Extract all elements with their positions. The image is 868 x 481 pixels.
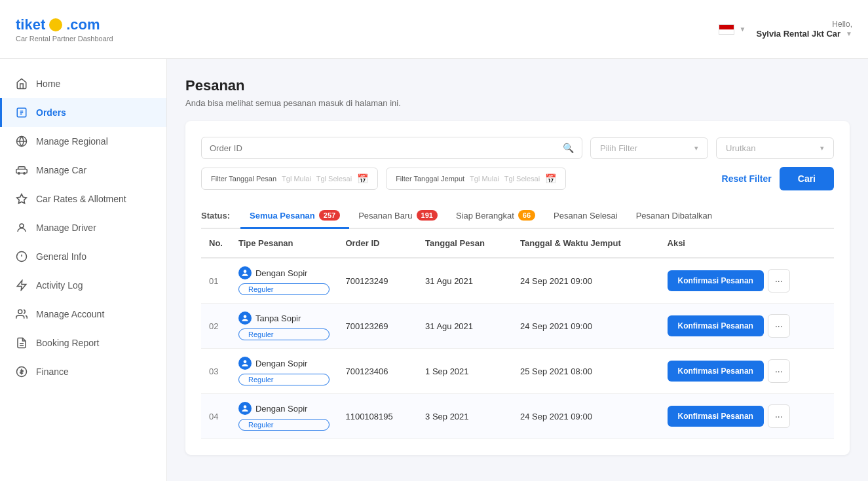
konfirmasi-button[interactable]: Konfirmasi Pesanan xyxy=(668,406,764,427)
logo: tiket .com xyxy=(16,16,113,33)
filter-row-2: Filter Tanggal Pesan Tgl Mulai Tgl Seles… xyxy=(201,167,834,190)
logo-area: tiket .com Car Rental Partner Dashboard xyxy=(16,16,113,43)
row-aksi: Konfirmasi Pesanan ··· xyxy=(660,349,834,394)
tab-baru-label: Pesanan Baru xyxy=(358,211,412,221)
user-name: Sylvia Rental Jkt Car xyxy=(756,29,840,39)
row-tanggal-pesan: 31 Agu 2021 xyxy=(417,258,512,304)
tab-pesanan-selesai[interactable]: Pesanan Selesai xyxy=(544,204,627,229)
sidebar-label-home: Home xyxy=(36,79,60,89)
tgl-mulai-2: Tgl Mulai xyxy=(470,175,499,183)
svg-point-17 xyxy=(244,315,247,318)
finance-icon xyxy=(15,365,28,378)
filter-tanggal-jemput[interactable]: Filter Tanggal Jemput Tgl Mulai Tgl Sele… xyxy=(386,168,566,190)
tab-semua-pesanan[interactable]: Semua Pesanan 257 xyxy=(240,204,349,229)
row-order-id: 700123269 xyxy=(337,304,417,349)
row-tipe-badge: Reguler xyxy=(238,329,330,340)
tab-pesanan-baru[interactable]: Pesanan Baru 191 xyxy=(349,204,447,229)
sidebar-item-finance[interactable]: Finance xyxy=(0,357,166,386)
urutkan-arrow-icon: ▾ xyxy=(820,144,824,152)
globe-icon xyxy=(15,135,28,148)
more-options-button[interactable]: ··· xyxy=(768,404,790,428)
row-tanggal-pesan: 1 Sep 2021 xyxy=(417,349,512,394)
pilih-filter-arrow-icon: ▾ xyxy=(694,144,698,152)
row-order-id: 700123249 xyxy=(337,258,417,304)
sidebar-label-activity-log: Activity Log xyxy=(36,280,83,291)
tab-pesanan-dibatalkan[interactable]: Pesanan Dibatalkan xyxy=(627,204,721,229)
table-row: 02 Tanpa Sopir Reguler 700123269 31 Agu … xyxy=(201,304,834,349)
sidebar-item-manage-driver[interactable]: Manage Driver xyxy=(0,213,166,242)
konfirmasi-button[interactable]: Konfirmasi Pesanan xyxy=(668,361,764,382)
row-order-id: 700123406 xyxy=(337,349,417,394)
sidebar-item-orders[interactable]: Orders xyxy=(0,98,166,127)
col-tanggal-jemput: Tanggal & Waktu Jemput xyxy=(512,229,660,258)
col-aksi: Aksi xyxy=(660,229,834,258)
sidebar-item-booking-report[interactable]: Booking Report xyxy=(0,329,166,357)
flag-icon xyxy=(719,24,734,35)
row-aksi: Konfirmasi Pesanan ··· xyxy=(660,304,834,349)
row-tanggal-jemput: 24 Sep 2021 09:00 xyxy=(512,304,660,349)
page-title: Pesanan xyxy=(185,77,850,94)
tag-icon xyxy=(15,192,28,205)
row-no: 04 xyxy=(201,394,231,439)
col-tipe: Tipe Pesanan xyxy=(231,229,338,258)
filter-tanggal-pesan[interactable]: Filter Tanggal Pesan Tgl Mulai Tgl Seles… xyxy=(201,168,378,190)
search-box[interactable]: 🔍 xyxy=(201,137,582,159)
urutkan-select[interactable]: Urutkan ▾ xyxy=(716,137,834,159)
orders-card: 🔍 Pilih Filter ▾ Urutkan ▾ Filter Tangga… xyxy=(185,121,850,455)
orders-icon xyxy=(15,106,28,119)
sidebar-item-home[interactable]: Home xyxy=(0,69,166,98)
table-row: 01 Dengan Sopir Reguler 700123249 31 Agu… xyxy=(201,258,834,304)
main-content: Pesanan Anda bisa melihat semua pesanan … xyxy=(167,59,868,481)
orders-table-wrap: No. Tipe Pesanan Order ID Tanggal Pesan … xyxy=(201,229,834,439)
reset-filter-button[interactable]: Reset Filter xyxy=(722,173,772,184)
status-tabs: Status: Semua Pesanan 257 Pesanan Baru 1… xyxy=(201,204,834,229)
konfirmasi-button[interactable]: Konfirmasi Pesanan xyxy=(668,315,764,336)
pilih-filter-label: Pilih Filter xyxy=(600,143,637,153)
col-order-id: Order ID xyxy=(337,229,417,258)
search-input[interactable] xyxy=(210,143,563,153)
sidebar-item-car-rates[interactable]: Car Rates & Allotment xyxy=(0,185,166,213)
svg-point-19 xyxy=(244,405,247,408)
more-options-button[interactable]: ··· xyxy=(768,314,790,338)
tgl-mulai-1: Tgl Mulai xyxy=(282,175,311,183)
filter-tanggal-jemput-label: Filter Tanggal Jemput xyxy=(396,175,464,183)
row-tipe-name: Dengan Sopir xyxy=(255,359,308,368)
sidebar-item-manage-account[interactable]: Manage Account xyxy=(0,300,166,329)
row-no: 02 xyxy=(201,304,231,349)
cari-button[interactable]: Cari xyxy=(780,167,834,190)
account-icon xyxy=(15,308,28,321)
sidebar-item-manage-car[interactable]: Manage Car xyxy=(0,156,166,185)
logo-dot-icon xyxy=(49,18,62,31)
more-options-button[interactable]: ··· xyxy=(768,359,790,383)
svg-marker-6 xyxy=(17,194,27,204)
search-icon: 🔍 xyxy=(563,143,574,153)
sidebar-label-manage-account: Manage Account xyxy=(36,309,104,319)
sidebar-item-general-info[interactable]: General Info xyxy=(0,242,166,271)
home-icon xyxy=(15,77,28,90)
row-tipe: Dengan Sopir Reguler xyxy=(231,349,338,394)
col-no: No. xyxy=(201,229,231,258)
flag-selector[interactable]: ▼ xyxy=(719,24,746,35)
konfirmasi-button[interactable]: Konfirmasi Pesanan xyxy=(668,270,764,291)
user-info[interactable]: Hello, Sylvia Rental Jkt Car ▼ xyxy=(756,20,852,39)
row-tanggal-jemput: 24 Sep 2021 09:00 xyxy=(512,394,660,439)
row-no: 01 xyxy=(201,258,231,304)
driver-avatar-icon xyxy=(238,402,252,415)
sidebar-label-general-info: General Info xyxy=(36,251,86,262)
report-icon xyxy=(15,336,28,349)
tab-siap-berangkat[interactable]: Siap Berangkat 66 xyxy=(447,204,544,229)
row-tipe-name: Tanpa Sopir xyxy=(255,313,301,323)
more-options-button[interactable]: ··· xyxy=(768,269,790,293)
table-row: 04 Dengan Sopir Reguler 1100108195 3 Sep… xyxy=(201,394,834,439)
row-tipe-name: Dengan Sopir xyxy=(255,404,308,414)
pilih-filter-select[interactable]: Pilih Filter ▾ xyxy=(590,137,708,159)
sidebar: Home Orders Manage Regional Manage Car xyxy=(0,59,167,481)
sidebar-item-manage-regional[interactable]: Manage Regional xyxy=(0,127,166,156)
row-tipe: Dengan Sopir Reguler xyxy=(231,394,338,439)
sidebar-label-finance: Finance xyxy=(36,366,69,377)
sidebar-label-booking-report: Booking Report xyxy=(36,338,100,348)
sidebar-item-activity-log[interactable]: Activity Log xyxy=(0,271,166,300)
filter-tanggal-pesan-label: Filter Tanggal Pesan xyxy=(211,175,276,183)
flag-chevron-icon: ▼ xyxy=(740,26,746,33)
row-tanggal-jemput: 25 Sep 2021 08:00 xyxy=(512,349,660,394)
